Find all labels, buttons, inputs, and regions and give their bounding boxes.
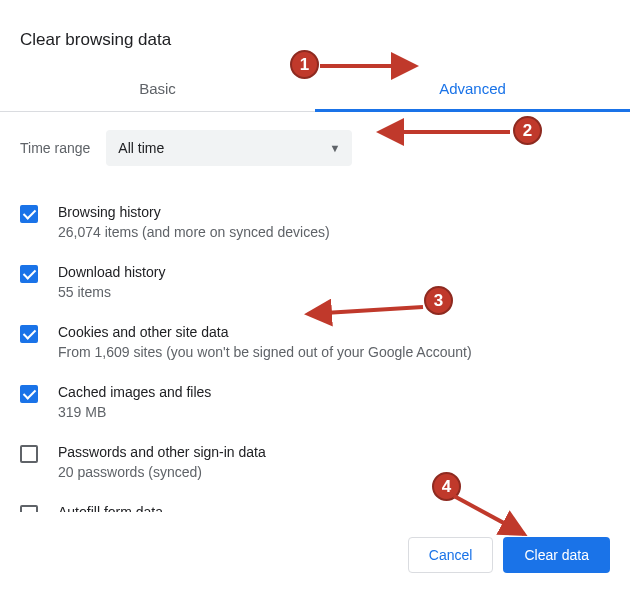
time-range-row: Time range All time ▼ (20, 130, 610, 166)
option-row: Download history55 items (20, 254, 610, 314)
option-text: Browsing history26,074 items (and more o… (58, 204, 330, 240)
chevron-down-icon: ▼ (329, 142, 340, 154)
option-checkbox[interactable] (20, 385, 38, 403)
tabs: Basic Advanced (0, 66, 630, 112)
option-text: Autofill form data (58, 504, 163, 512)
tab-advanced-label: Advanced (439, 80, 506, 97)
option-text: Cookies and other site dataFrom 1,609 si… (58, 324, 472, 360)
clear-data-button[interactable]: Clear data (503, 537, 610, 573)
option-label: Browsing history (58, 204, 330, 220)
tab-basic-label: Basic (139, 80, 176, 97)
tab-basic[interactable]: Basic (0, 66, 315, 111)
option-label: Cookies and other site data (58, 324, 472, 340)
option-subtext: 319 MB (58, 404, 211, 420)
option-row: Cached images and files319 MB (20, 374, 610, 434)
option-label: Passwords and other sign-in data (58, 444, 266, 460)
option-row: Autofill form data (20, 494, 610, 512)
option-subtext: 55 items (58, 284, 165, 300)
option-row: Passwords and other sign-in data20 passw… (20, 434, 610, 494)
options-scroll-area[interactable]: Time range All time ▼ Browsing history26… (0, 112, 630, 512)
dialog-title: Clear browsing data (0, 0, 630, 66)
option-subtext: From 1,609 sites (you won't be signed ou… (58, 344, 472, 360)
cancel-button[interactable]: Cancel (408, 537, 494, 573)
option-checkbox[interactable] (20, 445, 38, 463)
time-range-label: Time range (20, 140, 90, 156)
option-checkbox[interactable] (20, 325, 38, 343)
option-text: Cached images and files319 MB (58, 384, 211, 420)
time-range-value: All time (118, 140, 164, 156)
clear-data-button-label: Clear data (524, 547, 589, 563)
option-row: Cookies and other site dataFrom 1,609 si… (20, 314, 610, 374)
option-subtext: 26,074 items (and more on synced devices… (58, 224, 330, 240)
option-label: Cached images and files (58, 384, 211, 400)
option-text: Download history55 items (58, 264, 165, 300)
option-checkbox[interactable] (20, 205, 38, 223)
option-checkbox[interactable] (20, 505, 38, 512)
option-label: Autofill form data (58, 504, 163, 512)
time-range-select[interactable]: All time ▼ (106, 130, 352, 166)
options-list: Browsing history26,074 items (and more o… (20, 194, 610, 512)
option-row: Browsing history26,074 items (and more o… (20, 194, 610, 254)
option-checkbox[interactable] (20, 265, 38, 283)
tab-advanced[interactable]: Advanced (315, 66, 630, 111)
option-subtext: 20 passwords (synced) (58, 464, 266, 480)
dialog-footer: Cancel Clear data (0, 512, 630, 591)
cancel-button-label: Cancel (429, 547, 473, 563)
option-label: Download history (58, 264, 165, 280)
clear-browsing-data-dialog: Clear browsing data Basic Advanced Time … (0, 0, 630, 591)
option-text: Passwords and other sign-in data20 passw… (58, 444, 266, 480)
